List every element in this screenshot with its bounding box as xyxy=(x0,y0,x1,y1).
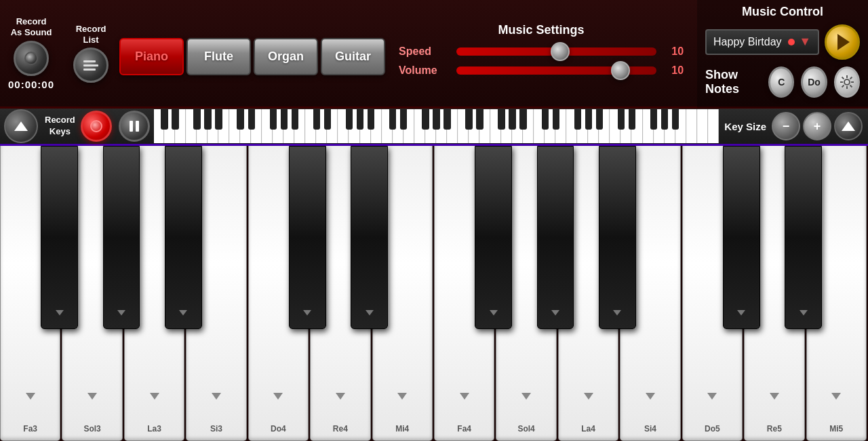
mini-black-key[interactable] xyxy=(443,109,450,130)
mini-black-key[interactable] xyxy=(433,109,439,130)
guitar-button[interactable]: Guitar xyxy=(321,38,385,75)
mini-black-key[interactable] xyxy=(281,109,288,130)
note-do-button[interactable]: Do xyxy=(801,66,827,98)
mini-black-key[interactable] xyxy=(270,109,277,130)
mini-black-key[interactable] xyxy=(400,109,407,130)
mini-black-key[interactable] xyxy=(248,109,255,130)
mini-black-key[interactable] xyxy=(476,109,483,130)
piano-black-key[interactable] xyxy=(289,146,326,329)
mini-black-key[interactable] xyxy=(313,109,320,130)
mini-black-key[interactable] xyxy=(465,109,472,130)
music-control-panel: Music Control Happy Birtday ▼ Show Notes… xyxy=(697,0,868,108)
mini-black-key[interactable] xyxy=(368,109,374,130)
mini-black-key[interactable] xyxy=(324,109,331,130)
list-icon-line xyxy=(83,60,96,62)
mini-black-key[interactable] xyxy=(542,109,549,130)
piano-black-key[interactable] xyxy=(475,146,512,329)
mini-black-key[interactable] xyxy=(509,109,515,130)
key-size-section: Key Size − + xyxy=(719,112,868,140)
top-bar: Record As Sound 00:00:00 Record List Pia… xyxy=(0,0,868,109)
mini-black-key[interactable] xyxy=(357,109,363,130)
key-size-increase-button[interactable]: + xyxy=(803,112,831,140)
speed-value: 10 xyxy=(663,45,684,58)
piano-black-key[interactable] xyxy=(103,146,140,329)
mini-black-key[interactable] xyxy=(672,109,679,130)
key-size-decrease-button[interactable]: − xyxy=(772,112,800,140)
svg-line-7 xyxy=(850,77,852,79)
volume-slider-thumb[interactable] xyxy=(611,61,630,80)
piano-black-key[interactable] xyxy=(165,146,202,329)
record-keys-record-button[interactable] xyxy=(81,111,112,142)
pause-bar-right xyxy=(136,121,139,132)
mini-piano-scroll[interactable] xyxy=(154,109,719,143)
key-marker-icon xyxy=(770,393,779,400)
mini-black-key[interactable] xyxy=(172,109,178,130)
record-as-sound-button[interactable] xyxy=(14,41,49,76)
piano-black-key[interactable] xyxy=(351,146,388,329)
music-settings-title: Music Settings xyxy=(498,23,585,37)
black-key-marker-icon xyxy=(303,310,311,315)
key-label: Mi5 xyxy=(829,424,843,434)
mini-black-key[interactable] xyxy=(498,109,505,130)
key-marker-icon xyxy=(646,393,655,400)
song-selector[interactable]: Happy Birtday ▼ xyxy=(705,29,819,55)
mini-black-key[interactable] xyxy=(596,109,603,130)
mini-black-key[interactable] xyxy=(519,109,526,130)
mini-black-key[interactable] xyxy=(237,109,243,130)
key-label: La3 xyxy=(147,424,161,434)
organ-button[interactable]: Organ xyxy=(254,38,318,75)
key-marker-icon xyxy=(336,393,345,400)
key-label: Si4 xyxy=(644,424,656,434)
speed-slider-thumb[interactable] xyxy=(551,42,570,61)
speed-slider[interactable] xyxy=(456,47,656,56)
mini-black-key[interactable] xyxy=(215,109,222,130)
mini-black-key[interactable] xyxy=(650,109,657,130)
mini-white-key[interactable] xyxy=(687,109,697,143)
up-arrow-icon xyxy=(14,121,28,131)
piano-black-key[interactable] xyxy=(537,146,574,329)
volume-label: Volume xyxy=(399,64,450,77)
key-marker-icon xyxy=(87,393,97,400)
record-keys-pause-button[interactable] xyxy=(119,111,150,142)
mini-black-key[interactable] xyxy=(292,109,298,130)
piano-black-key[interactable] xyxy=(785,146,822,329)
key-size-up-button[interactable] xyxy=(834,112,863,140)
key-marker-icon xyxy=(707,393,717,400)
key-label: Fa4 xyxy=(457,424,471,434)
mini-black-key[interactable] xyxy=(204,109,211,130)
record-list-button[interactable] xyxy=(73,47,108,83)
mini-black-key[interactable] xyxy=(161,109,167,130)
black-key-marker-icon xyxy=(800,310,808,315)
instrument-buttons: Piano Flute Organ Guitar xyxy=(119,38,385,75)
mini-black-key[interactable] xyxy=(629,109,635,130)
piano-black-key[interactable] xyxy=(41,146,78,329)
piano-area: Fa3Sol3La3Si3Do4Re4Mi4Fa4Sol4La4Si4Do5Re… xyxy=(0,146,868,441)
play-button[interactable] xyxy=(825,24,860,60)
mini-black-key[interactable] xyxy=(346,109,353,130)
mini-black-key[interactable] xyxy=(585,109,592,130)
key-label: Re5 xyxy=(767,424,782,434)
show-notes-row: Show Notes C Do xyxy=(705,66,860,98)
record-as-sound-section: Record As Sound 00:00:00 xyxy=(0,9,62,96)
key-label: Mi4 xyxy=(395,424,409,434)
mini-black-key[interactable] xyxy=(553,109,559,130)
scroll-up-button[interactable] xyxy=(4,109,38,143)
mini-white-key[interactable] xyxy=(709,109,719,143)
mini-black-key[interactable] xyxy=(661,109,668,130)
mini-black-key[interactable] xyxy=(422,109,429,130)
record-keys-label-section: Record Keys xyxy=(42,115,78,138)
piano-black-key[interactable] xyxy=(723,146,760,329)
flute-button[interactable]: Flute xyxy=(186,38,251,75)
mini-white-key[interactable] xyxy=(698,109,708,143)
speed-label: Speed xyxy=(399,45,450,58)
note-settings-button[interactable] xyxy=(834,66,860,98)
mini-black-key[interactable] xyxy=(618,109,625,130)
mini-black-key[interactable] xyxy=(193,109,200,130)
piano-black-key[interactable] xyxy=(599,146,636,329)
mini-black-key[interactable] xyxy=(574,109,581,130)
svg-line-5 xyxy=(842,77,844,79)
piano-button[interactable]: Piano xyxy=(119,38,184,75)
volume-slider[interactable] xyxy=(456,66,656,75)
mini-black-key[interactable] xyxy=(389,109,396,130)
note-c-button[interactable]: C xyxy=(768,66,794,98)
